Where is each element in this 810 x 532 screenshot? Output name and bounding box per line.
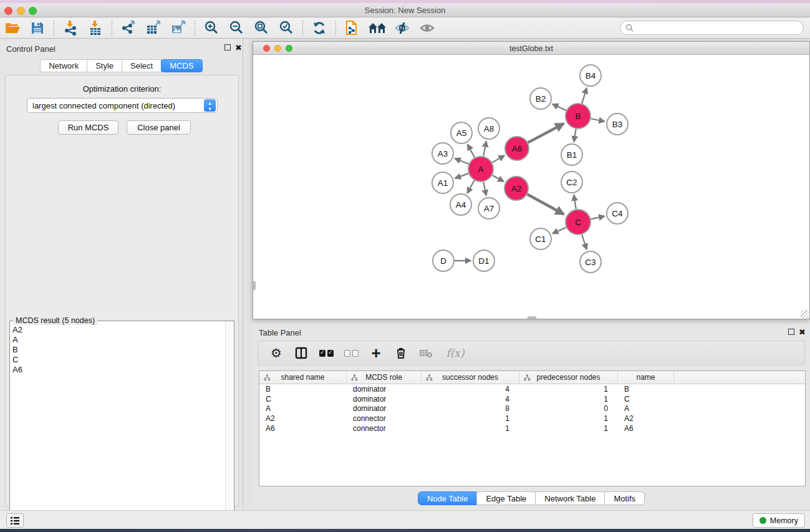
import-network-button[interactable] [60,19,81,37]
table-row[interactable]: Bdominator41B [259,384,805,394]
import-table-button[interactable] [85,19,106,37]
cell-MCDS-role[interactable]: dominator [347,404,422,413]
column-header-shared-name[interactable]: shared name [259,371,347,384]
cell-name[interactable]: C [618,395,674,404]
cell-successor-nodes[interactable]: 1 [422,414,519,423]
table-settings-button[interactable]: ⚙ [268,345,284,361]
cell-MCDS-role[interactable]: connector [347,424,422,433]
tab-network-table[interactable]: Network Table [535,491,605,505]
edge-C-C4[interactable] [591,216,604,220]
task-history-button[interactable] [6,513,24,528]
mcds-result-item[interactable]: A [12,335,223,345]
app-titlebar[interactable]: Session: New Session [0,3,810,17]
mcds-result-item[interactable]: C [12,355,223,365]
column-header-MCDS-role[interactable]: MCDS role [347,371,422,384]
open-file-button[interactable] [2,19,23,37]
function-builder-button[interactable]: f(x) [443,345,468,361]
delete-table-button[interactable] [418,345,434,361]
deselect-all-button[interactable] [343,345,359,361]
edge-B-B2[interactable] [552,104,566,110]
cell-name[interactable]: A6 [618,424,674,433]
cell-shared-name[interactable]: C [259,395,347,404]
zoom-out-button[interactable] [226,19,247,37]
cell-shared-name[interactable]: A6 [259,424,347,433]
memory-button[interactable]: Memory [753,513,805,528]
node-table[interactable]: shared nameMCDS rolesuccessor nodesprede… [259,370,806,486]
cell-successor-nodes[interactable]: 8 [422,404,519,413]
cell-predecessor-nodes[interactable]: 0 [519,404,618,413]
network-horizontal-scrollbar[interactable] [528,316,536,319]
cell-predecessor-nodes[interactable]: 1 [519,395,618,404]
tab-edge-table[interactable]: Edge Table [476,491,536,505]
result-scrollbar[interactable] [225,322,233,532]
table-row[interactable]: Cdominator41C [259,394,805,404]
refresh-view-button[interactable] [309,19,330,37]
split-column-button[interactable] [293,345,309,361]
zoom-in-button[interactable] [201,19,222,37]
edge-A-A2[interactable] [492,175,503,181]
tab-motifs[interactable]: Motifs [604,491,645,505]
cell-shared-name[interactable]: B [259,385,347,394]
save-session-button[interactable] [27,19,48,37]
criterion-dropdown[interactable]: largest connected component (directed) ▲… [27,98,218,113]
column-header-name[interactable]: name [618,371,674,384]
export-table-button[interactable] [143,19,164,37]
mcds-result-item[interactable]: A6 [12,365,223,375]
edge-B-B1[interactable] [574,129,576,142]
zoom-selected-button[interactable] [276,19,297,37]
new-network-from-selection-button[interactable] [342,19,363,37]
cell-predecessor-nodes[interactable]: 1 [519,414,618,423]
show-all-panels-button[interactable] [367,19,388,37]
float-table-panel-icon[interactable] [788,329,794,335]
edge-A6-B[interactable] [528,123,564,142]
run-mcds-button[interactable]: Run MCDS [58,120,118,135]
cell-MCDS-role[interactable]: dominator [347,395,422,404]
edge-A-A1[interactable] [455,173,468,178]
edge-C-C1[interactable] [552,228,566,234]
network-canvas[interactable]: ABCA6A2A1A3A4A5A7A8B1B2B3B4C1C2C3C4DD1 [253,55,809,319]
tab-node-table[interactable]: Node Table [418,491,478,505]
toggle-birdseye-button[interactable] [392,19,413,37]
cell-predecessor-nodes[interactable]: 1 [519,385,618,394]
edge-B-B3[interactable] [591,118,605,122]
cell-successor-nodes[interactable]: 4 [422,395,519,404]
edge-A-A3[interactable] [455,158,468,164]
tab-mcds[interactable]: MCDS [161,59,202,72]
add-column-button[interactable]: + [368,345,384,361]
cell-MCDS-role[interactable]: connector [347,414,422,423]
close-panel-button[interactable]: Close panel [127,120,191,135]
cell-name[interactable]: A [618,404,674,413]
cell-name[interactable]: B [618,385,674,394]
network-vertical-scrollbar[interactable] [253,281,256,290]
cell-name[interactable]: A2 [618,414,674,423]
close-panel-icon[interactable]: ✖ [235,45,242,51]
tab-style[interactable]: Style [87,59,122,72]
cell-successor-nodes[interactable]: 4 [422,385,519,394]
cell-successor-nodes[interactable]: 1 [422,424,519,433]
edge-A-A6[interactable] [492,155,504,162]
edge-C-C2[interactable] [574,195,576,210]
float-panel-icon[interactable] [224,44,231,51]
column-header-successor-nodes[interactable]: successor nodes [422,371,519,384]
tab-select[interactable]: Select [122,59,162,72]
edge-C-C3[interactable] [582,235,586,249]
toggle-view-button[interactable] [417,19,438,37]
edge-A2-C[interactable] [528,195,564,215]
network-window-titlebar[interactable]: testGlobe.txt [253,42,809,55]
table-row[interactable]: A6connector11A6 [259,423,805,433]
tab-network[interactable]: Network [40,59,87,72]
edge-B-B4[interactable] [582,88,587,104]
edge-A-A7[interactable] [483,182,486,196]
column-header-predecessor-nodes[interactable]: predecessor nodes [519,371,618,384]
search-field[interactable] [620,21,804,35]
cell-predecessor-nodes[interactable]: 1 [519,424,618,433]
table-row[interactable]: Adominator80A [259,404,805,414]
resize-grip-icon[interactable] [801,310,809,318]
cell-MCDS-role[interactable]: dominator [347,385,422,394]
network-view-window[interactable]: testGlobe.txt ABCA6A2A1A3A4A5A7A8B1B2B3B… [253,41,810,319]
edge-A-A8[interactable] [483,142,486,157]
table-row[interactable]: A2connector11A2 [259,414,805,423]
network-graph[interactable]: ABCA6A2A1A3A4A5A7A8B1B2B3B4C1C2C3C4DD1 [253,55,809,319]
mcds-result-item[interactable]: A2 [12,325,223,335]
select-all-button[interactable] [318,345,334,361]
